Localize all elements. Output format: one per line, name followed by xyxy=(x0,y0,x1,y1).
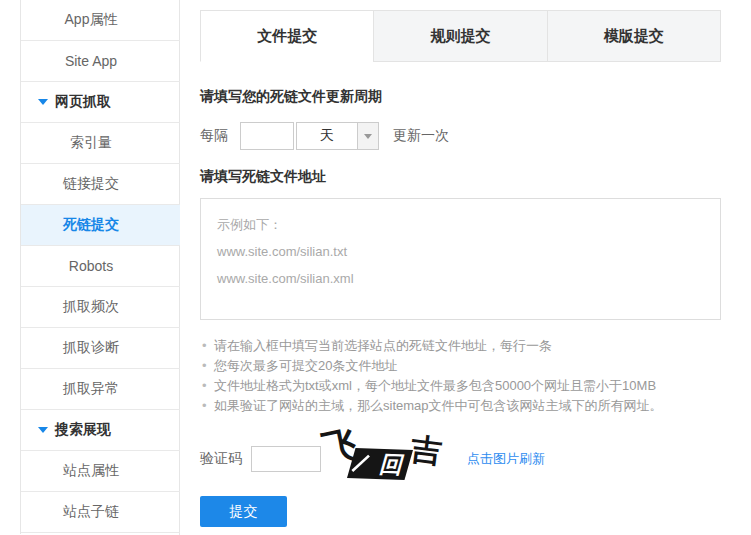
tab-file-submit[interactable]: 文件提交 xyxy=(200,10,374,62)
tab-template-submit[interactable]: 模版提交 xyxy=(547,10,721,62)
captcha-block: 回 xyxy=(347,448,413,480)
refresh-captcha-link[interactable]: 点击图片刷新 xyxy=(467,450,545,468)
sidebar-item-label: 抓取异常 xyxy=(63,380,119,398)
interval-suffix-label: 更新一次 xyxy=(393,127,449,145)
sidebar-group-label: 搜索展现 xyxy=(55,421,111,439)
sidebar-item-label: 链接提交 xyxy=(63,175,119,193)
sidebar-item-label: Site App xyxy=(65,53,117,69)
captcha-char: 回 xyxy=(378,453,407,477)
sidebar-item-deadlink-submit[interactable]: 死链提交 xyxy=(20,205,180,246)
sidebar-item-site-properties[interactable]: 站点属性 xyxy=(20,451,180,492)
sidebar-item-label: 索引量 xyxy=(70,134,112,152)
sidebar-item-link-submit[interactable]: 链接提交 xyxy=(20,164,180,205)
interval-unit-select[interactable]: 天 xyxy=(296,122,379,150)
sidebar-item-label: Robots xyxy=(69,258,113,274)
sidebar: App属性 Site App 网页抓取 索引量 链接提交 死链提交 Robots… xyxy=(0,0,180,535)
tab-bar: 文件提交 规则提交 模版提交 xyxy=(200,10,721,62)
update-period-row: 每隔 天 更新一次 xyxy=(200,122,721,150)
deadlink-file-textarea[interactable] xyxy=(200,198,721,320)
chevron-down-icon xyxy=(364,134,372,139)
interval-prefix-label: 每隔 xyxy=(200,127,228,145)
captcha-input[interactable] xyxy=(251,446,321,472)
sidebar-item-label: App属性 xyxy=(65,11,118,29)
caret-down-icon xyxy=(38,99,48,105)
note-item: 文件地址格式为txt或xml，每个地址文件最多包含50000个网址且需小于10M… xyxy=(200,376,721,396)
sidebar-item-label: 站点属性 xyxy=(63,462,119,480)
sidebar-group-search-display[interactable]: 搜索展现 xyxy=(20,410,180,451)
sidebar-item-label: 抓取频次 xyxy=(63,298,119,316)
note-item: 您每次最多可提交20条文件地址 xyxy=(200,356,721,376)
captcha-char: 吉 xyxy=(409,433,444,468)
file-address-heading: 请填写死链文件地址 xyxy=(200,168,721,186)
sidebar-item-crawl-frequency[interactable]: 抓取频次 xyxy=(20,287,180,328)
sidebar-item-crawl-diagnosis[interactable]: 抓取诊断 xyxy=(20,328,180,369)
sidebar-item-site-sublinks[interactable]: 站点子链 xyxy=(20,492,180,533)
captcha-stroke xyxy=(351,455,369,472)
sidebar-item-index-volume[interactable]: 索引量 xyxy=(20,123,180,164)
update-period-heading: 请填写您的死链文件更新周期 xyxy=(200,88,721,106)
sidebar-group-label: 网页抓取 xyxy=(55,93,111,111)
note-item: 请在输入框中填写当前选择站点的死链文件地址，每行一条 xyxy=(200,336,721,356)
tab-rule-submit[interactable]: 规则提交 xyxy=(373,10,547,62)
sidebar-item-label: 抓取诊断 xyxy=(63,339,119,357)
notes-list: 请在输入框中填写当前选择站点的死链文件地址，每行一条 您每次最多可提交20条文件… xyxy=(200,336,721,416)
interval-input[interactable] xyxy=(240,122,294,150)
submit-button[interactable]: 提交 xyxy=(200,496,287,527)
interval-unit-value: 天 xyxy=(297,123,357,149)
sidebar-item-site-app[interactable]: Site App xyxy=(20,41,180,82)
select-arrow-box xyxy=(357,123,378,149)
main-content: 文件提交 规则提交 模版提交 请填写您的死链文件更新周期 每隔 天 更新一次 请… xyxy=(200,10,721,527)
sidebar-item-crawl-anomaly[interactable]: 抓取异常 xyxy=(20,369,180,410)
caret-down-icon xyxy=(38,427,48,433)
sidebar-group-web-crawl[interactable]: 网页抓取 xyxy=(20,82,180,123)
sidebar-item-label: 死链提交 xyxy=(63,216,119,234)
captcha-row: 验证码 飞 回 吉 点击图片刷新 xyxy=(200,436,721,482)
sidebar-item-robots[interactable]: Robots xyxy=(20,246,180,287)
captcha-label: 验证码 xyxy=(200,450,242,468)
sidebar-item-label: 站点子链 xyxy=(63,503,119,521)
note-item: 如果验证了网站的主域，那么sitemap文件中可包含该网站主域下的所有网址。 xyxy=(200,396,721,416)
sidebar-item-app-properties[interactable]: App属性 xyxy=(20,0,180,41)
captcha-image[interactable]: 飞 回 吉 xyxy=(327,436,445,482)
